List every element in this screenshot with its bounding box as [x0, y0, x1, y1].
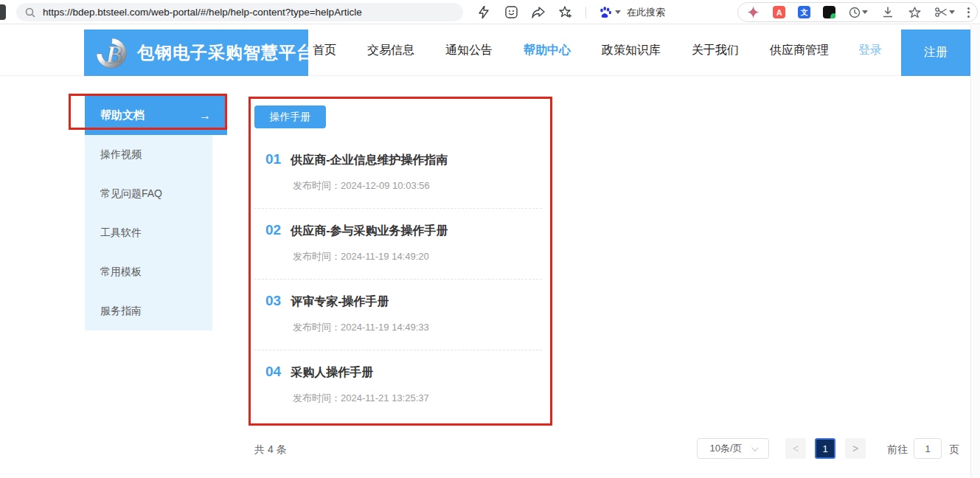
window-edge-fragment: [0, 4, 6, 20]
manual-category-button[interactable]: 操作手册: [254, 105, 326, 128]
article-link[interactable]: 04 采购人操作手册: [265, 364, 373, 381]
chevron-down-icon: [949, 10, 955, 14]
article-title[interactable]: 供应商-参与采购业务操作手册: [291, 224, 448, 239]
nav-item-about-us[interactable]: 关于我们: [692, 43, 739, 58]
dark-logo-icon[interactable]: [823, 6, 835, 18]
star-icon[interactable]: [908, 5, 922, 20]
sidebar-item-help-docs[interactable]: 帮助文档 →: [85, 96, 227, 135]
register-button[interactable]: 注册: [901, 30, 970, 76]
main-nav: 首页 交易信息 通知公告 帮助中心 政策知识库 关于我们 供应商管理: [313, 25, 829, 76]
sidebar-item-templates[interactable]: 常用模板: [85, 252, 212, 291]
nav-item-trade-info[interactable]: 交易信息: [367, 43, 414, 58]
toolbar-divider: [585, 7, 586, 18]
nav-item-help-center[interactable]: 帮助中心: [524, 43, 571, 58]
article-link[interactable]: 02 供应商-参与采购业务操作手册: [265, 222, 448, 239]
brand-logo-icon: B: [91, 35, 133, 72]
arrow-right-icon: →: [199, 109, 211, 122]
nav-item-supplier-mgmt[interactable]: 供应商管理: [770, 43, 829, 58]
article-row: 02 供应商-参与采购业务操作手册 发布时间：2024-11-19 14:49:…: [254, 209, 542, 280]
page-size-value: 10条/页: [709, 442, 742, 455]
chevron-down-icon: [862, 10, 868, 14]
article-number: 04: [265, 364, 281, 380]
chevron-down-icon: [751, 444, 758, 451]
scissors-menu[interactable]: [935, 7, 955, 18]
sidebar-item-videos[interactable]: 操作视频: [85, 135, 212, 174]
prev-page-button[interactable]: <: [785, 438, 806, 459]
extension-cluster: A 文: [737, 2, 978, 22]
pdf-icon[interactable]: A: [773, 6, 785, 18]
gemini-spark-icon[interactable]: [746, 5, 760, 20]
article-number: 01: [265, 151, 281, 167]
article-title[interactable]: 采购人操作手册: [291, 365, 373, 381]
lightning-icon[interactable]: [476, 5, 491, 20]
baidu-paw-icon: [599, 6, 612, 18]
article-row: 01 供应商-企业信息维护操作指南 发布时间：2024-12-09 10:03:…: [254, 138, 542, 209]
sidebar-item-service-guide[interactable]: 服务指南: [85, 291, 212, 330]
baidu-search-label: 在此搜索: [627, 6, 665, 19]
article-row: 03 评审专家-操作手册 发布时间：2024-11-19 14:49:33: [254, 280, 542, 350]
nav-item-policy-kb[interactable]: 政策知识库: [602, 43, 661, 58]
article-publish-date: 发布时间：2024-11-21 13:25:37: [293, 392, 429, 405]
page-size-select[interactable]: 10条/页: [697, 438, 769, 459]
brand-title: 包钢电子采购智慧平台: [137, 41, 314, 64]
article-number: 02: [265, 222, 281, 238]
brand-logo-block[interactable]: B 包钢电子采购智慧平台: [84, 30, 308, 76]
article-publish-date: 发布时间：2024-11-19 14:49:33: [293, 321, 429, 334]
kebab-menu-icon[interactable]: [967, 7, 970, 18]
login-link[interactable]: 登录: [858, 25, 882, 76]
share-icon[interactable]: [531, 5, 546, 20]
article-link[interactable]: 03 评审专家-操作手册: [265, 293, 389, 310]
browser-toolbar: https://bdep.btsteel.com/web-portal/#/he…: [0, 0, 980, 24]
article-link[interactable]: 01 供应商-企业信息维护操作指南: [265, 151, 448, 168]
star-add-icon[interactable]: [558, 5, 573, 20]
site-header: B 包钢电子采购智慧平台 首页 交易信息 通知公告 帮助中心 政策知识库 关于我…: [0, 25, 980, 76]
page-right-gutter: [970, 25, 980, 478]
article-list: 01 供应商-企业信息维护操作指南 发布时间：2024-12-09 10:03:…: [254, 138, 542, 421]
goto-page-input[interactable]: [914, 438, 942, 459]
svg-text:B: B: [105, 39, 122, 67]
total-count-label: 共 4 条: [254, 443, 287, 457]
translate-icon[interactable]: 文: [798, 6, 810, 18]
sidebar-item-faq[interactable]: 常见问题FAQ: [85, 174, 212, 213]
history-menu[interactable]: [849, 7, 868, 18]
download-icon[interactable]: [880, 5, 895, 20]
article-row: 04 采购人操作手册 发布时间：2024-11-21 13:25:37: [254, 350, 542, 421]
search-icon: [25, 7, 35, 18]
article-publish-date: 发布时间：2024-11-19 14:49:20: [293, 250, 429, 263]
baidu-search-widget[interactable]: 在此搜索: [599, 6, 665, 19]
address-bar[interactable]: https://bdep.btsteel.com/web-portal/#/he…: [16, 3, 463, 21]
url-text[interactable]: https://bdep.btsteel.com/web-portal/#/he…: [43, 7, 362, 18]
nav-item-notices[interactable]: 通知公告: [445, 43, 493, 58]
goto-page-suffix: 页: [949, 443, 959, 457]
help-sidebar: 帮助文档 → 操作视频 常见问题FAQ 工具软件 常用模板 服务指南: [85, 96, 212, 330]
next-page-button[interactable]: >: [845, 438, 866, 459]
article-title[interactable]: 供应商-企业信息维护操作指南: [291, 153, 448, 168]
sidebar-item-label: 帮助文档: [100, 108, 145, 122]
sidebar-item-tools[interactable]: 工具软件: [85, 213, 212, 252]
goto-page-prefix: 前往: [887, 443, 908, 457]
article-number: 03: [265, 293, 281, 309]
chevron-down-icon: [615, 10, 621, 14]
article-title[interactable]: 评审专家-操作手册: [291, 294, 389, 310]
nav-item-home[interactable]: 首页: [313, 43, 336, 58]
current-page-button[interactable]: 1: [815, 438, 835, 459]
smiley-icon[interactable]: [504, 5, 518, 20]
screen: https://bdep.btsteel.com/web-portal/#/he…: [0, 0, 980, 478]
article-publish-date: 发布时间：2024-12-09 10:03:56: [293, 179, 430, 193]
